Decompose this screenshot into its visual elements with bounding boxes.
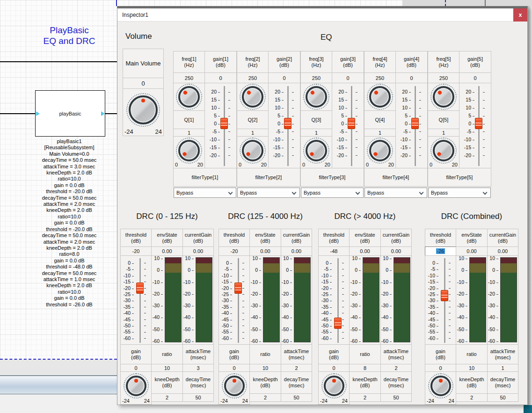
attacktime-value: 2 — [394, 365, 397, 371]
threshold-value-field[interactable]: -20 — [219, 246, 250, 256]
kneedepth-value-field[interactable]: 2 — [249, 393, 281, 402]
threshold-slider-handle[interactable] — [136, 283, 144, 294]
freq-value-field[interactable]: 250 — [173, 72, 205, 83]
gain-slider-handle[interactable] — [411, 118, 419, 129]
gain-slider-handle[interactable] — [284, 118, 292, 129]
q-value-field[interactable]: 1 — [428, 129, 459, 137]
gain-value-field[interactable]: 0 — [268, 72, 300, 83]
gain-value-field[interactable]: 0 — [425, 364, 456, 372]
freq-header-name: freq[4] — [372, 56, 387, 62]
gain-knob[interactable] — [222, 373, 247, 399]
freq-value-field[interactable]: 250 — [364, 72, 396, 83]
filter-type-label: filterType[4] — [364, 168, 428, 187]
currentgain-header-name: currentGain — [283, 232, 310, 238]
subsystem-block[interactable]: playBasic — [35, 90, 105, 137]
q-knob[interactable] — [240, 138, 266, 164]
threshold-slider-handle[interactable] — [234, 283, 242, 294]
gain-value-field[interactable]: 0 — [395, 72, 428, 83]
gain-value: 0 — [233, 365, 235, 371]
q-knob[interactable] — [303, 138, 329, 164]
freq-knob[interactable] — [430, 84, 457, 110]
gain-knob[interactable] — [124, 373, 149, 399]
decaytime-value-field[interactable]: 50 — [487, 393, 518, 402]
q-knob[interactable] — [430, 138, 457, 164]
threshold-slider-handle[interactable] — [334, 318, 342, 329]
gain-value-field[interactable]: 0 — [204, 72, 237, 83]
ratio-value-field[interactable]: 10 — [456, 364, 488, 372]
gain-slider-cell: 20151050-5-10-15-20 — [204, 83, 237, 168]
attacktime-header-name: attackTime — [490, 348, 515, 355]
freq-value-field[interactable]: 250 — [428, 72, 459, 83]
attacktime-value-field[interactable]: 2 — [380, 364, 412, 372]
gain-header-unit: (dB) — [343, 62, 353, 68]
ratio-value-field[interactable]: 10 — [151, 364, 183, 372]
freq-knob[interactable] — [240, 84, 266, 110]
gain-value-field[interactable]: 0 — [318, 364, 350, 372]
threshold-slider-track[interactable] — [139, 258, 141, 343]
q-value-field[interactable]: 1 — [173, 129, 205, 137]
gain-scale-tick: -10 — [337, 137, 347, 142]
decaytime-value-field[interactable]: 50 — [380, 393, 412, 402]
decaytime-header: decayTime(msec) — [487, 371, 518, 394]
threshold-slider-track[interactable] — [337, 258, 339, 343]
attacktime-value-field[interactable]: 2 — [281, 364, 312, 372]
decaytime-value-field[interactable]: 50 — [281, 393, 312, 402]
gain-value-field[interactable]: 0 — [332, 72, 364, 83]
gain-value-field[interactable]: 0 — [219, 364, 250, 372]
diagram-annotation[interactable]: PlayBasicEQ and DRC — [19, 25, 120, 46]
title-bar[interactable]: Inspector1 x — [117, 8, 527, 22]
kneedepth-value-field[interactable]: 2 — [349, 393, 381, 402]
ratio-value-field[interactable]: 10 — [249, 364, 281, 372]
signal-wire[interactable] — [0, 113, 35, 114]
threshold-slider-handle[interactable] — [441, 290, 448, 301]
q-knob[interactable] — [367, 138, 393, 164]
gain-knob[interactable] — [321, 373, 347, 399]
gain-value-field[interactable]: 0 — [459, 72, 491, 83]
knob-min-label: -24 — [427, 398, 434, 404]
freq-knob[interactable] — [367, 84, 393, 110]
threshold-scale-tick: -20 — [222, 286, 232, 291]
freq-value-field[interactable]: 250 — [300, 72, 332, 83]
filter-type-dropdown[interactable]: Bypass — [364, 188, 427, 198]
main-volume-value-field[interactable]: 0 — [123, 78, 164, 89]
attacktime-value-field[interactable]: 3 — [182, 364, 214, 372]
q-value-field[interactable]: 1 — [300, 129, 332, 137]
freq-value-field[interactable]: 250 — [237, 72, 269, 83]
eq-channel-3: freq[3](Hz) gain[3](dB) 250 0 Q[3] 1 0 2… — [300, 51, 364, 198]
threshold-slider-scale: 0-5-10-15-20-25-30-35-40-45-50-55-60 — [122, 261, 134, 341]
meter-scale-tick: -60 — [153, 339, 163, 344]
signal-wire[interactable] — [0, 61, 117, 62]
filter-type-dropdown[interactable]: Bypass — [237, 188, 300, 198]
freq-knob[interactable] — [176, 84, 202, 110]
kneedepth-value-field[interactable]: 2 — [151, 393, 183, 402]
filter-type-dropdown[interactable]: Bypass — [174, 188, 236, 198]
threshold-scale-tick: -25 — [222, 292, 232, 297]
threshold-value-field[interactable]: -48 — [318, 246, 350, 256]
filter-type-dropdown[interactable]: Bypass — [428, 188, 491, 198]
signal-wire[interactable] — [105, 113, 117, 114]
main-volume-knob[interactable] — [126, 93, 160, 127]
gain-slider-handle[interactable] — [220, 118, 228, 129]
gain-scale-tick: 20 — [211, 89, 220, 94]
filter-type-dropdown[interactable]: Bypass — [301, 188, 364, 198]
gain-slider-ticks — [292, 92, 294, 156]
gain-slider-handle[interactable] — [348, 118, 355, 129]
gain-value-field[interactable]: 0 — [120, 364, 152, 372]
ratio-value-field[interactable]: 8 — [349, 364, 381, 372]
kneedepth-value-field[interactable]: 2 — [456, 393, 488, 402]
q-value-field[interactable]: 1 — [364, 129, 396, 137]
threshold-edit-field[interactable]: -26 — [425, 246, 456, 256]
threshold-slider-track[interactable] — [238, 258, 239, 343]
gain-knob[interactable] — [428, 373, 453, 399]
threshold-value-field[interactable]: -20 — [120, 246, 152, 256]
gain-slider-cell: 20151050-5-10-15-20 — [395, 83, 428, 168]
close-button[interactable]: x — [513, 8, 527, 22]
freq-header-unit: (Hz) — [439, 62, 449, 68]
attacktime-value-field[interactable]: 1 — [487, 364, 518, 372]
threshold-scale-tick: -45 — [428, 317, 438, 322]
q-value-field[interactable]: 1 — [237, 129, 269, 137]
freq-knob[interactable] — [303, 84, 329, 110]
q-knob[interactable] — [176, 138, 202, 164]
decaytime-value-field[interactable]: 50 — [182, 393, 214, 402]
gain-slider-handle[interactable] — [475, 118, 482, 129]
